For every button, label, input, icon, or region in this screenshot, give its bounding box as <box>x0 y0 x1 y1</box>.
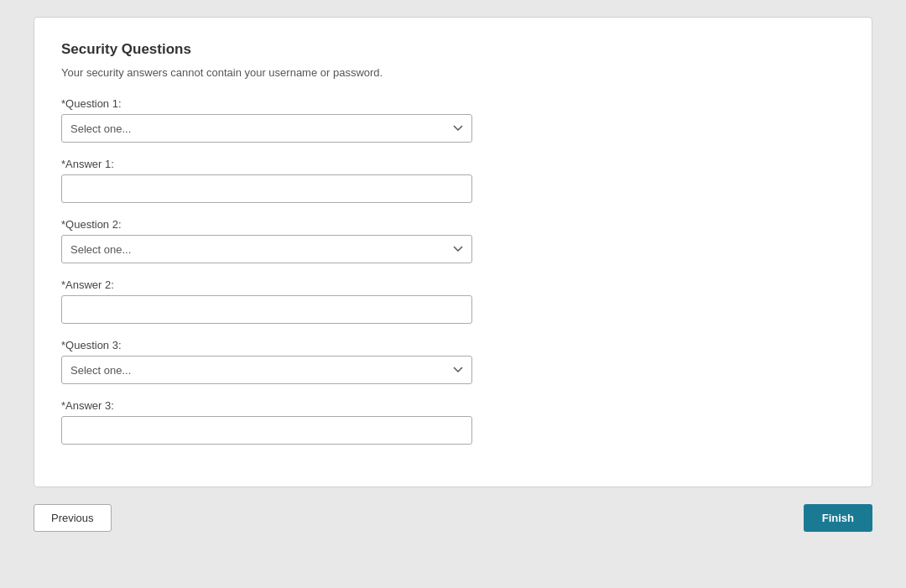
card-subtitle: Your security answers cannot contain you… <box>61 66 845 79</box>
answer3-group: *Answer 3: <box>61 399 845 445</box>
question2-label: *Question 2: <box>61 218 845 231</box>
question2-group: *Question 2: Select one... <box>61 218 845 263</box>
question1-label: *Question 1: <box>61 97 845 110</box>
question3-select[interactable]: Select one... <box>61 356 472 384</box>
question1-select[interactable]: Select one... <box>61 114 472 143</box>
answer3-input[interactable] <box>61 416 472 445</box>
question1-group: *Question 1: Select one... <box>61 97 845 143</box>
answer2-label: *Answer 2: <box>61 278 845 291</box>
question2-select[interactable]: Select one... <box>61 235 472 263</box>
footer: Previous Finish <box>34 487 872 532</box>
finish-button[interactable]: Finish <box>804 504 872 532</box>
answer2-group: *Answer 2: <box>61 278 845 324</box>
card-title: Security Questions <box>61 41 845 58</box>
answer1-input[interactable] <box>61 174 472 203</box>
answer2-input[interactable] <box>61 295 472 324</box>
previous-button[interactable]: Previous <box>34 504 112 532</box>
answer1-label: *Answer 1: <box>61 158 845 170</box>
question3-label: *Question 3: <box>61 339 845 351</box>
page-wrapper: Security Questions Your security answers… <box>0 0 906 588</box>
question3-group: *Question 3: Select one... <box>61 339 845 384</box>
answer3-label: *Answer 3: <box>61 399 845 412</box>
security-questions-card: Security Questions Your security answers… <box>34 17 872 487</box>
answer1-group: *Answer 1: <box>61 158 845 203</box>
